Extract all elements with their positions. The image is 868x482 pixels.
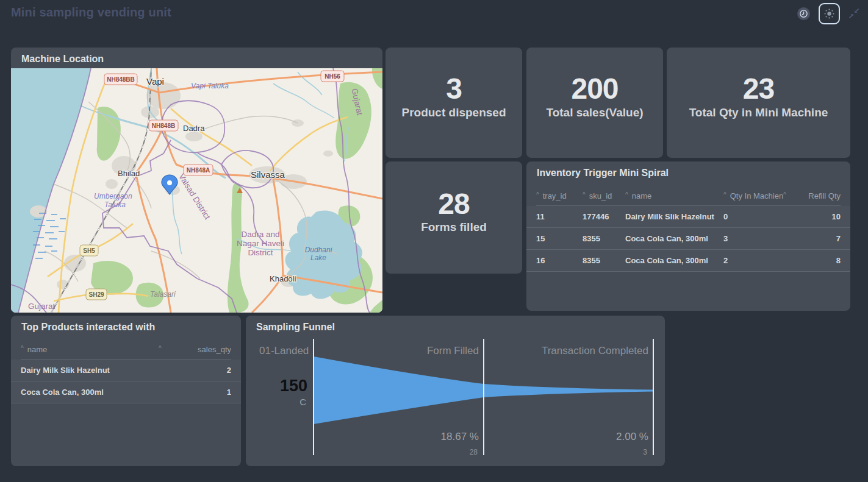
- map-label-taluka: Umbergaon: [94, 192, 132, 200]
- inventory-table: ^tray_id ^sku_id ^name ^Qty In Machien ^…: [536, 186, 841, 272]
- stat-label: Product dispensed: [401, 106, 506, 119]
- column-header-sku-id[interactable]: ^sku_id: [583, 191, 625, 200]
- column-header-qty-in-machine[interactable]: ^Qty In Machien: [723, 191, 783, 200]
- theme-toggle-button[interactable]: [819, 3, 840, 24]
- funnel-stage-label: Transaction Completed: [542, 345, 648, 357]
- sort-caret-icon: ^: [583, 191, 586, 198]
- header-toolbar: [797, 1, 859, 26]
- funnel-stage-percent: 2.00 %: [616, 431, 648, 443]
- clock-icon: [800, 10, 808, 18]
- stat-value: 28: [438, 189, 469, 219]
- map-label-town: Khadoli: [270, 274, 296, 283]
- map[interactable]: NH848BB NH56 NH848B NH848A SH5 SH29 Vapi…: [11, 68, 382, 313]
- funnel-chart: [246, 316, 665, 466]
- funnel-stage-label: Form Filled: [427, 345, 479, 357]
- stat-value: 3: [446, 74, 462, 104]
- road-shield: SH5: [83, 247, 95, 254]
- stat-value: 23: [743, 74, 774, 104]
- time-range-button[interactable]: [797, 7, 810, 20]
- stat-label: Total sales(Value): [546, 106, 643, 119]
- panel-title: Top Products interacted with: [11, 316, 241, 336]
- funnel-stage-raw-value: 28: [470, 448, 478, 456]
- sort-caret-icon: ^: [159, 345, 162, 352]
- table-row: 15 8355 Coca Cola Can, 300ml 3 7: [526, 228, 850, 250]
- stat-total-sales: 200 Total sales(Value): [526, 48, 663, 158]
- funnel-stage-percent: 18.67 %: [441, 431, 479, 443]
- road-shield: NH848BB: [107, 76, 135, 83]
- sort-caret-icon: ^: [21, 345, 24, 352]
- inventory-table-header: ^tray_id ^sku_id ^name ^Qty In Machien ^…: [536, 186, 841, 206]
- top-products-panel: Top Products interacted with ^name ^sale…: [11, 316, 241, 466]
- dashboard-title: Mini sampling vending unit: [11, 5, 171, 19]
- sort-caret-icon: ^: [536, 191, 539, 198]
- road-shield: NH56: [325, 73, 340, 80]
- column-header-tray-id[interactable]: ^tray_id: [536, 191, 583, 200]
- map-label-town: Vapi: [146, 76, 164, 87]
- sort-caret-icon: ^: [723, 191, 726, 198]
- inventory-panel: Inventory Trigger Mini Spiral ^tray_id ^…: [526, 161, 850, 311]
- panel-title: Inventory Trigger Mini Spiral: [526, 161, 850, 182]
- stat-value: 200: [571, 74, 618, 104]
- panel-title: Machine Location: [11, 48, 382, 68]
- map-label-town: Bhilad: [118, 169, 140, 178]
- stat-label: Total Qty in Mini Machine: [689, 106, 828, 119]
- road-shield: NH848A: [187, 167, 210, 174]
- map-label-area: Talasari: [150, 290, 176, 299]
- sort-caret-icon: ^: [783, 191, 786, 198]
- sort-caret-icon: ^: [625, 191, 628, 198]
- top-products-table: ^name ^sales_qty Dairy Milk Slik Hazelnu…: [21, 340, 231, 403]
- stat-product-dispensed: 3 Product dispensed: [386, 48, 522, 158]
- stat-label: Forms filled: [421, 221, 487, 234]
- stat-forms-filled: 28 Forms filled: [386, 161, 522, 274]
- top-products-table-header: ^name ^sales_qty: [21, 340, 231, 360]
- funnel-stage-label: 01-Landed: [259, 345, 309, 357]
- table-row: 16 8355 Coca Cola Can, 300ml 2 8: [526, 250, 850, 272]
- collapse-icon[interactable]: [848, 8, 859, 19]
- road-shield: NH848B: [152, 122, 175, 129]
- machine-location-panel: Machine Location: [11, 48, 382, 313]
- map-label-taluka: Taluka: [104, 200, 126, 209]
- brightness-icon: [823, 8, 835, 19]
- table-row: Dairy Milk Slik Hazelnut 2: [11, 360, 241, 381]
- map-label-district: District: [248, 248, 273, 257]
- road-shield: SH29: [88, 291, 104, 298]
- column-header-refill-qty[interactable]: ^Refill Qty: [783, 191, 841, 200]
- map-label-town: Silvassa: [251, 169, 285, 180]
- map-label-water: Dudhani: [305, 246, 332, 254]
- column-header-name[interactable]: ^name: [21, 345, 159, 354]
- funnel-stage-value: 150: [280, 377, 307, 395]
- column-header-sales-qty[interactable]: ^sales_qty: [159, 345, 231, 354]
- map-label-state: Gujarat: [28, 302, 56, 311]
- funnel-stage-raw-value: 3: [643, 448, 647, 456]
- map-label-town: Dadra: [183, 124, 205, 133]
- sampling-funnel-panel: Sampling Funnel 01-Landed Form Filled Tr…: [246, 316, 665, 466]
- map-label-district: Nagar Haveli: [237, 239, 284, 248]
- table-row: Coca Cola Can, 300ml 1: [11, 381, 241, 403]
- stat-total-qty: 23 Total Qty in Mini Machine: [667, 48, 850, 158]
- dashboard: Mini sampling vending unit: [0, 0, 868, 482]
- funnel-stage-unit: C: [299, 397, 306, 407]
- map-label-district: Dadra and: [241, 230, 279, 239]
- column-header-name[interactable]: ^name: [625, 191, 723, 200]
- map-label-water: Lake: [310, 253, 326, 262]
- map-label-taluka: Vapi Taluka: [191, 82, 229, 90]
- table-row: 11 177446 Dairy Milk Slik Hazelnut 0 10: [526, 206, 850, 228]
